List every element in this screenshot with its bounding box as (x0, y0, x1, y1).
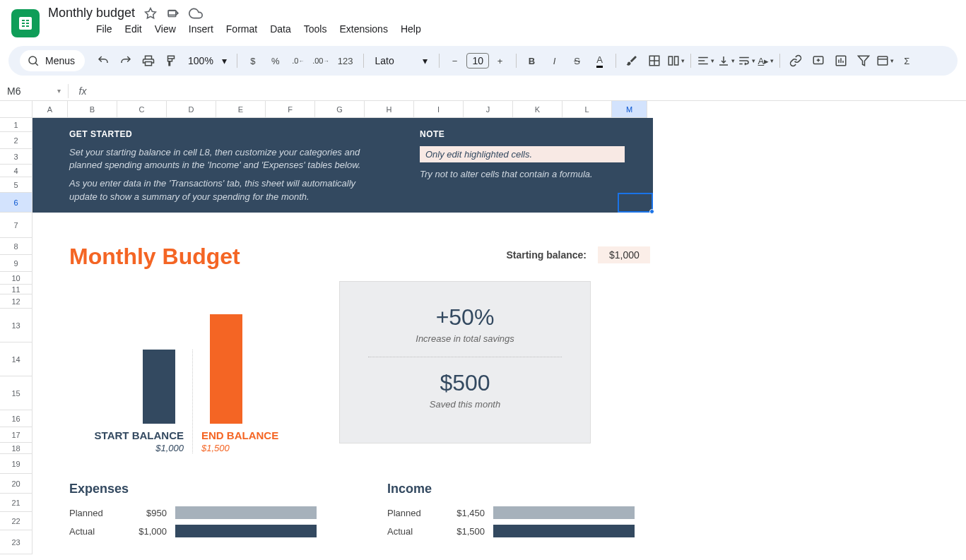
filter-views-button[interactable]: ▾ (876, 51, 894, 71)
column-header-M[interactable]: M (612, 101, 647, 118)
name-box[interactable]: M6▾ (0, 85, 68, 97)
menu-edit[interactable]: Edit (119, 20, 148, 37)
menu-format[interactable]: Format (220, 20, 263, 37)
start-balance-label: START BALANCE (94, 429, 184, 441)
move-icon[interactable] (166, 6, 180, 20)
row-header-19[interactable]: 19 (0, 454, 33, 474)
selection-handle[interactable] (649, 209, 654, 214)
undo-button[interactable] (93, 51, 113, 71)
column-header-B[interactable]: B (68, 101, 117, 118)
row-header-3[interactable]: 3 (0, 149, 33, 165)
italic-button[interactable]: I (545, 51, 565, 71)
menu-extensions[interactable]: Extensions (334, 20, 393, 37)
currency-button[interactable]: $ (243, 51, 263, 71)
row-header-14[interactable]: 14 (0, 342, 33, 376)
functions-button[interactable]: Σ (897, 51, 917, 71)
document-title[interactable]: Monthly budget (48, 6, 135, 20)
starting-balance-value[interactable]: $1,000 (598, 246, 650, 263)
menu-view[interactable]: View (149, 20, 182, 37)
column-header-F[interactable]: F (266, 101, 315, 118)
zoom-select[interactable]: 100%▾ (184, 55, 231, 66)
row-header-11[interactable]: 11 (0, 285, 33, 294)
star-icon[interactable] (143, 6, 158, 20)
income-row: Actual$1,500 (387, 522, 635, 540)
cloud-icon[interactable] (189, 6, 203, 20)
sheets-logo[interactable] (11, 9, 40, 37)
end-balance-bar (210, 314, 242, 424)
fill-color-button[interactable] (622, 51, 642, 71)
column-header-C[interactable]: C (117, 101, 167, 118)
text-wrap-button[interactable]: ▾ (738, 51, 755, 71)
row-header-12[interactable]: 12 (0, 294, 33, 309)
text-rotation-button[interactable]: A▸▾ (758, 51, 774, 71)
filter-button[interactable] (854, 51, 873, 71)
row-header-23[interactable]: 23 (0, 530, 33, 554)
column-header-H[interactable]: H (365, 101, 414, 118)
font-size-input[interactable]: 10 (466, 53, 489, 68)
row-header-13[interactable]: 13 (0, 309, 33, 342)
search-menus[interactable]: Menus (20, 50, 85, 71)
percent-button[interactable]: % (266, 51, 285, 71)
select-all-corner[interactable] (0, 101, 33, 118)
decrease-font-size-button[interactable]: − (445, 51, 465, 71)
text-color-button[interactable]: A (590, 51, 610, 71)
row-header-10[interactable]: 10 (0, 272, 33, 285)
column-header-K[interactable]: K (513, 101, 562, 118)
menu-data[interactable]: Data (264, 20, 297, 37)
insert-link-button[interactable] (786, 51, 806, 71)
expenses-label: Planned (69, 508, 119, 518)
income-label: Actual (387, 526, 437, 537)
increase-font-size-button[interactable]: + (490, 51, 510, 71)
row-header-4[interactable]: 4 (0, 165, 33, 177)
income-row: Planned$1,450 (387, 504, 635, 522)
note-heading: NOTE (420, 129, 625, 139)
vertical-align-button[interactable]: ▾ (717, 51, 735, 71)
header-banner: GET STARTED Set your starting balance in… (33, 118, 653, 213)
row-header-7[interactable]: 7 (0, 213, 33, 238)
menu-insert[interactable]: Insert (183, 20, 219, 37)
row-header-17[interactable]: 17 (0, 427, 33, 443)
bold-button[interactable]: B (522, 51, 542, 71)
menu-tools[interactable]: Tools (298, 20, 333, 37)
font-select[interactable]: Lato▾ (370, 52, 433, 69)
column-header-G[interactable]: G (315, 101, 365, 118)
redo-button[interactable] (116, 51, 136, 71)
insert-comment-button[interactable] (808, 51, 828, 71)
column-header-D[interactable]: D (167, 101, 216, 118)
row-header-9[interactable]: 9 (0, 255, 33, 272)
column-header-A[interactable]: A (33, 101, 68, 118)
row-header-1[interactable]: 1 (0, 118, 33, 132)
row-header-5[interactable]: 5 (0, 177, 33, 193)
borders-button[interactable] (644, 51, 664, 71)
column-header-L[interactable]: L (562, 101, 612, 118)
menu-help[interactable]: Help (395, 20, 427, 37)
column-header-J[interactable]: J (464, 101, 513, 118)
print-button[interactable] (139, 51, 158, 71)
increase-decimal-button[interactable]: .00→ (311, 51, 331, 71)
row-header-16[interactable]: 16 (0, 410, 33, 427)
strikethrough-button[interactable]: S (567, 51, 587, 71)
horizontal-align-button[interactable]: ▾ (697, 51, 714, 71)
row-header-22[interactable]: 22 (0, 512, 33, 530)
merge-cells-button[interactable]: ▾ (667, 51, 685, 71)
row-header-8[interactable]: 8 (0, 238, 33, 255)
row-header-21[interactable]: 21 (0, 494, 33, 512)
income-title: Income (387, 482, 635, 496)
decrease-decimal-button[interactable]: .0← (288, 51, 308, 71)
row-header-20[interactable]: 20 (0, 474, 33, 494)
menu-file[interactable]: File (90, 20, 118, 37)
insert-chart-button[interactable] (831, 51, 851, 71)
row-header-15[interactable]: 15 (0, 376, 33, 410)
expenses-value: $1,000 (127, 526, 167, 537)
selected-cell[interactable] (618, 193, 653, 213)
more-formats-button[interactable]: 123 (334, 51, 358, 71)
paint-format-button[interactable] (161, 51, 181, 71)
savings-percent-label: Increase in total savings (354, 333, 576, 344)
row-header-6[interactable]: 6 (0, 193, 33, 213)
column-header-E[interactable]: E (216, 101, 266, 118)
income-bar (493, 506, 635, 519)
row-header-18[interactable]: 18 (0, 443, 33, 454)
column-header-I[interactable]: I (414, 101, 464, 118)
income-bar (493, 525, 635, 537)
row-header-2[interactable]: 2 (0, 132, 33, 149)
